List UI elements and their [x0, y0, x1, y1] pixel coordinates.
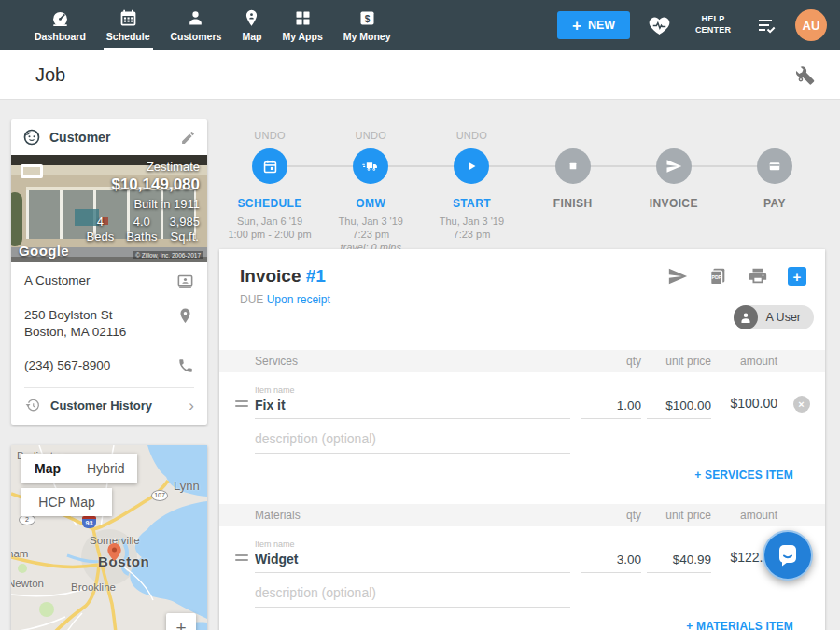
- col-amount: amount: [711, 509, 777, 522]
- nav-item-customers[interactable]: Customers: [161, 0, 232, 50]
- zoom-in-button[interactable]: +: [166, 613, 196, 630]
- add-materials-item-link[interactable]: + MATERIALS ITEM: [219, 620, 825, 630]
- customer-info: A Customer 250 Boylston StBoston, MA 021…: [11, 262, 207, 388]
- nav-item-dashboard[interactable]: Dashboard: [24, 0, 96, 50]
- map-label: Lynn: [174, 479, 200, 493]
- heart-pulse-icon[interactable]: [648, 14, 671, 37]
- dollar-icon: $: [357, 8, 377, 28]
- contact-card-icon[interactable]: [176, 273, 194, 290]
- pdf-icon[interactable]: PDF: [707, 266, 728, 287]
- item-name-input[interactable]: [255, 549, 570, 573]
- plus-icon: +: [572, 18, 581, 34]
- send-icon: [665, 158, 682, 175]
- drag-handle[interactable]: [235, 554, 251, 573]
- credit-card-icon[interactable]: [757, 148, 792, 184]
- nav-item-map[interactable]: Map: [231, 0, 272, 50]
- material-line-item: Item name $122.97 ×: [219, 539, 825, 573]
- nav-label: Customers: [171, 31, 222, 42]
- unit-price-input[interactable]: [647, 396, 711, 419]
- timeline-step-omw: UNDO OMW Thu, Jan 3 '197:23 pmtravel: 0 …: [320, 130, 421, 254]
- item-name-label: Item name: [255, 385, 570, 395]
- service-line-item: Item name $100.00 ×: [219, 385, 825, 419]
- nav-label: My Money: [343, 31, 391, 42]
- chat-bubble-button[interactable]: [763, 530, 813, 581]
- map-label-boston: Boston: [98, 553, 149, 569]
- schedule-step-button[interactable]: [252, 148, 287, 184]
- item-name-input[interactable]: [255, 395, 570, 419]
- zestimate-value: $10,149,080: [87, 175, 200, 194]
- location-pin-icon[interactable]: [176, 307, 194, 325]
- nav-right: + NEW HELP CENTER AU: [557, 9, 840, 41]
- drag-handle[interactable]: [235, 400, 251, 419]
- add-services-item-link[interactable]: + SERVICES ITEM: [219, 469, 825, 482]
- timeline-step-start: UNDO START Thu, Jan 3 '197:23 pm: [421, 130, 522, 254]
- description-row: [219, 582, 825, 608]
- qty-input[interactable]: [581, 550, 641, 573]
- description-row: [219, 428, 825, 454]
- step-label: PAY: [763, 197, 786, 210]
- map-type-map-button[interactable]: Map: [21, 454, 74, 483]
- description-input[interactable]: [255, 428, 570, 454]
- user-avatar[interactable]: AU: [795, 9, 827, 41]
- nav-item-my-apps[interactable]: My Apps: [272, 0, 332, 50]
- nav-label: Dashboard: [35, 31, 86, 42]
- map-label: Brookline: [71, 581, 116, 593]
- step-dates: Thu, Jan 3 '197:23 pm: [440, 215, 504, 241]
- help-center-link[interactable]: HELP CENTER: [689, 14, 737, 35]
- undo-link[interactable]: UNDO: [456, 130, 488, 143]
- task-list-icon[interactable]: [755, 14, 777, 36]
- calendar-icon: [119, 8, 138, 28]
- customer-history-link[interactable]: Customer History ›: [11, 388, 207, 425]
- finish-step-button[interactable]: [555, 148, 591, 184]
- line-amount: $100.00: [711, 396, 777, 419]
- invoice-header: Invoice #1 DUE Upon receipt PDF + A User: [219, 249, 825, 350]
- streetview-pano-icon[interactable]: [21, 164, 43, 178]
- job-settings-wrench-icon[interactable]: [795, 64, 816, 85]
- section-title: Materials: [251, 509, 570, 522]
- customer-face-icon: [22, 128, 41, 147]
- new-button[interactable]: + NEW: [557, 11, 630, 39]
- assigned-user-chip[interactable]: A User: [734, 305, 814, 329]
- print-icon[interactable]: [748, 266, 768, 287]
- chat-icon: [774, 541, 802, 569]
- map-label: ham: [11, 548, 28, 559]
- zestimate-overlay: Zestimate $10,149,080 Built in 1911 4Bed…: [87, 160, 200, 245]
- delete-item-button[interactable]: ×: [793, 396, 810, 413]
- map-type-buttons: Map Hybrid: [21, 454, 137, 483]
- hcp-map-button[interactable]: HCP Map: [21, 488, 112, 516]
- map-type-hybrid-button[interactable]: Hybrid: [74, 454, 137, 483]
- nav-item-schedule[interactable]: Schedule: [96, 0, 161, 50]
- phone-icon[interactable]: [177, 357, 194, 374]
- svg-text:$: $: [364, 14, 370, 24]
- map-widget[interactable]: Burlington Lynn Somerville Boston ham Ne…: [11, 445, 207, 630]
- nav-item-my-money[interactable]: $ My Money: [333, 0, 401, 50]
- truck-icon: [361, 157, 380, 175]
- qty-input[interactable]: [581, 396, 641, 419]
- customer-name: A Customer: [24, 273, 91, 289]
- person-icon: [186, 8, 205, 28]
- due-terms-link[interactable]: Upon receipt: [267, 293, 330, 306]
- nav-label: Map: [242, 31, 261, 42]
- undo-link[interactable]: UNDO: [254, 130, 286, 143]
- omw-step-button[interactable]: [353, 148, 388, 184]
- undo-link[interactable]: UNDO: [355, 130, 386, 143]
- page-title: Job: [35, 64, 65, 86]
- start-step-button[interactable]: [454, 148, 489, 184]
- invoice-number: #1: [306, 266, 326, 286]
- step-dates: Sun, Jan 6 '191:00 pm - 2:00 pm: [228, 215, 311, 241]
- unit-price-input[interactable]: [647, 550, 711, 573]
- send-invoice-icon[interactable]: [667, 266, 688, 287]
- play-icon: [463, 158, 480, 175]
- edit-pencil-icon[interactable]: [180, 130, 196, 146]
- description-input[interactable]: [255, 582, 570, 608]
- add-invoice-button[interactable]: +: [788, 267, 806, 286]
- history-clock-icon: [24, 398, 41, 414]
- page-header: Job: [0, 50, 840, 100]
- step-label: SCHEDULE: [237, 197, 301, 210]
- col-amount: amount: [711, 355, 777, 368]
- col-unit-price: unit price: [641, 355, 711, 368]
- step-label: INVOICE: [650, 197, 698, 210]
- invoice-step-button[interactable]: [656, 148, 692, 184]
- customer-card-header: Customer: [11, 119, 207, 155]
- new-button-label: NEW: [588, 19, 615, 32]
